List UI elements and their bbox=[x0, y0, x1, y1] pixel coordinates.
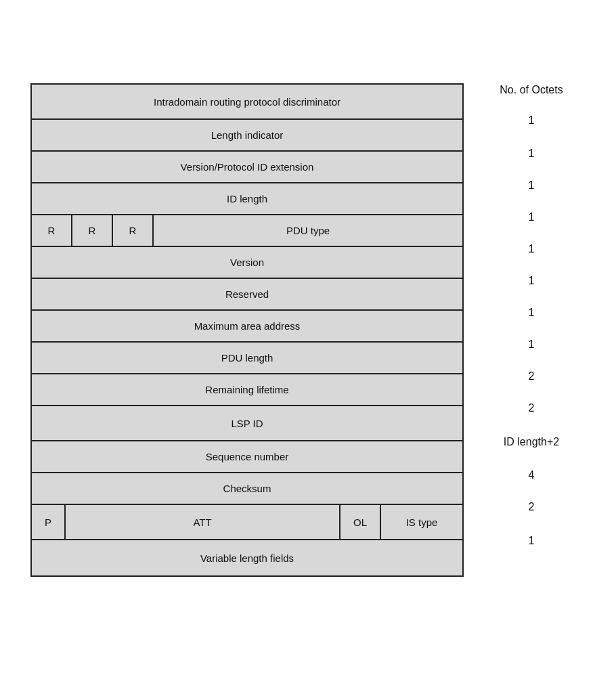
row-intradomain-cell-0: Intradomain routing protocol discriminat… bbox=[32, 85, 462, 118]
row-checksum-cell-0: Checksum bbox=[32, 473, 462, 504]
row-variable-length-cell-0: Variable length fields bbox=[32, 540, 462, 575]
row-remaining-lifetime: Remaining lifetime bbox=[32, 374, 462, 406]
row-p-att-ol-istype-cell-2: OL bbox=[340, 505, 381, 539]
row-max-area-cell-0: Maximum area address bbox=[32, 311, 462, 341]
row-reserved: Reserved bbox=[32, 279, 462, 311]
row-pdu-length-octets: 2 bbox=[477, 361, 586, 393]
row-length-indicator: Length indicator bbox=[32, 120, 462, 152]
page-container: Intradomain routing protocol discriminat… bbox=[24, 70, 592, 607]
row-length-indicator-octets: 1 bbox=[477, 138, 586, 170]
row-lsp-id: LSP ID bbox=[32, 406, 462, 441]
row-remaining-lifetime-cell-0: Remaining lifetime bbox=[32, 374, 462, 405]
octets-header: No. of Octets bbox=[477, 83, 586, 103]
row-intradomain-octets: 1 bbox=[477, 103, 586, 138]
row-version-protocol-octets: 1 bbox=[477, 170, 586, 202]
octets-column: No. of Octets 1111111122ID length+2421 bbox=[464, 83, 586, 594]
row-version-octets: 1 bbox=[477, 265, 586, 297]
row-reserved-octets: 1 bbox=[477, 297, 586, 329]
row-p-att-ol-istype: PATTOLIS type bbox=[32, 505, 462, 540]
row-rrr-pdu-cell-0: R bbox=[32, 215, 72, 246]
row-version-protocol-cell-0: Version/Protocol ID extension bbox=[32, 152, 462, 182]
row-p-att-ol-istype-cell-3: IS type bbox=[381, 505, 462, 539]
row-pdu-length-cell-0: PDU length bbox=[32, 343, 462, 373]
row-reserved-cell-0: Reserved bbox=[32, 279, 462, 309]
row-sequence-number-octets: 4 bbox=[477, 460, 586, 492]
row-id-length-cell-0: ID length bbox=[32, 183, 462, 214]
row-sequence-number: Sequence number bbox=[32, 441, 462, 473]
row-rrr-pdu-cell-3: PDU type bbox=[154, 215, 462, 246]
row-version: Version bbox=[32, 247, 462, 279]
row-id-length-octets: 1 bbox=[477, 202, 586, 234]
row-checksum-octets: 2 bbox=[477, 492, 586, 523]
row-intradomain: Intradomain routing protocol discriminat… bbox=[32, 85, 462, 120]
row-checksum: Checksum bbox=[32, 473, 462, 505]
row-pdu-length: PDU length bbox=[32, 343, 462, 374]
protocol-table: Intradomain routing protocol discriminat… bbox=[30, 83, 464, 577]
row-p-att-ol-istype-cell-0: P bbox=[32, 505, 66, 539]
row-p-att-ol-istype-octets: 1 bbox=[477, 523, 586, 559]
row-remaining-lifetime-octets: 2 bbox=[477, 393, 586, 424]
row-lsp-id-cell-0: LSP ID bbox=[32, 406, 462, 440]
row-variable-length: Variable length fields bbox=[32, 540, 462, 575]
row-p-att-ol-istype-cell-1: ATT bbox=[66, 505, 340, 539]
row-rrr-pdu-cell-1: R bbox=[72, 215, 113, 246]
row-max-area-octets: 1 bbox=[477, 329, 586, 361]
row-version-cell-0: Version bbox=[32, 247, 462, 278]
row-lsp-id-octets: ID length+2 bbox=[477, 424, 586, 460]
row-rrr-pdu-octets: 1 bbox=[477, 234, 586, 265]
row-max-area: Maximum area address bbox=[32, 311, 462, 343]
row-sequence-number-cell-0: Sequence number bbox=[32, 441, 462, 472]
row-rrr-pdu: RRRPDU type bbox=[32, 215, 462, 247]
row-variable-length-octets bbox=[477, 559, 586, 594]
row-length-indicator-cell-0: Length indicator bbox=[32, 120, 462, 150]
row-rrr-pdu-cell-2: R bbox=[113, 215, 154, 246]
row-id-length: ID length bbox=[32, 183, 462, 215]
row-version-protocol: Version/Protocol ID extension bbox=[32, 152, 462, 183]
